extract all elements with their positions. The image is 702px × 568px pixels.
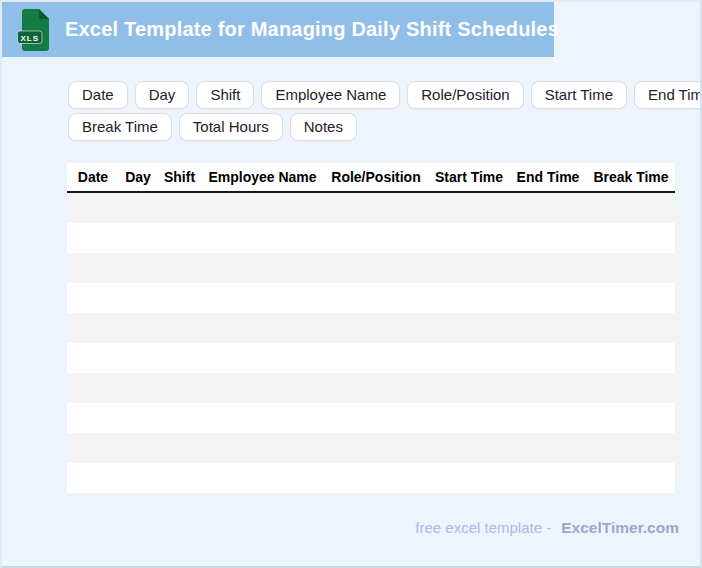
svg-text:XLS: XLS xyxy=(21,34,40,43)
table-row xyxy=(67,313,675,343)
chip-role-position[interactable]: Role/Position xyxy=(407,81,523,109)
table-row xyxy=(67,253,675,283)
footer: free excel template - ExcelTimer.com xyxy=(415,519,679,537)
col-header-shift: Shift xyxy=(157,169,202,185)
chip-day[interactable]: Day xyxy=(135,81,190,109)
table-row xyxy=(67,463,675,493)
col-header-role-position: Role/Position xyxy=(323,169,429,185)
xls-file-icon: XLS xyxy=(16,8,52,52)
col-header-date: Date xyxy=(67,169,119,185)
table-row xyxy=(67,193,675,223)
chip-break-time[interactable]: Break Time xyxy=(68,113,172,141)
table-row xyxy=(67,223,675,253)
table-header-row: Date Day Shift Employee Name Role/Positi… xyxy=(67,163,675,193)
footer-brand-link[interactable]: ExcelTimer.com xyxy=(561,519,679,537)
chip-total-hours[interactable]: Total Hours xyxy=(179,113,283,141)
chip-date[interactable]: Date xyxy=(68,81,128,109)
table-body xyxy=(67,193,675,493)
footer-caption: free excel template - xyxy=(415,519,551,536)
header-banner: XLS Excel Template for Managing Daily Sh… xyxy=(2,2,554,57)
table-row xyxy=(67,283,675,313)
field-chip-row-1: Date Day Shift Employee Name Role/Positi… xyxy=(68,81,702,109)
col-header-end-time: End Time xyxy=(509,169,587,185)
col-header-employee-name: Employee Name xyxy=(202,169,323,185)
col-header-day: Day xyxy=(119,169,157,185)
field-chip-row-2: Break Time Total Hours Notes xyxy=(68,113,357,141)
table-row xyxy=(67,403,675,433)
chip-end-time[interactable]: End Time xyxy=(634,81,702,109)
schedule-table: Date Day Shift Employee Name Role/Positi… xyxy=(67,163,675,493)
table-row xyxy=(67,373,675,403)
chip-employee-name[interactable]: Employee Name xyxy=(261,81,400,109)
page-title: Excel Template for Managing Daily Shift … xyxy=(65,2,559,57)
col-header-start-time: Start Time xyxy=(429,169,509,185)
template-preview-page: XLS Excel Template for Managing Daily Sh… xyxy=(0,0,702,568)
chip-start-time[interactable]: Start Time xyxy=(531,81,627,109)
col-header-break-time: Break Time xyxy=(587,169,675,185)
table-row xyxy=(67,343,675,373)
chip-shift[interactable]: Shift xyxy=(196,81,254,109)
table-row xyxy=(67,433,675,463)
chip-notes[interactable]: Notes xyxy=(290,113,357,141)
